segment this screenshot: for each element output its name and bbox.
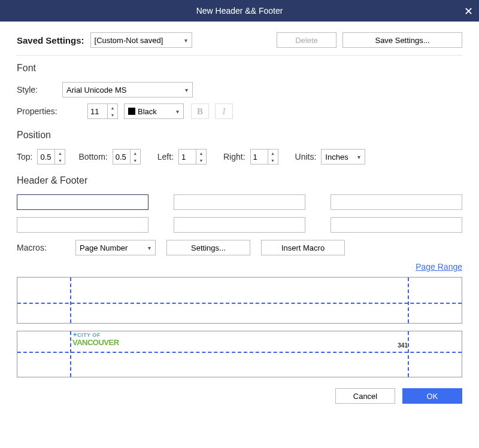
footer-preview: ✦CITY OF VANCOUVER 341 — [17, 331, 462, 377]
save-settings-button[interactable]: Save Settings... — [342, 32, 462, 48]
spinner-down-icon[interactable]: ▼ — [196, 157, 206, 164]
close-icon[interactable]: ✕ — [464, 5, 473, 18]
spinner-down-icon[interactable]: ▼ — [131, 157, 140, 164]
preview-logo: ✦CITY OF VANCOUVER — [72, 331, 119, 347]
left-label: Left: — [157, 152, 174, 161]
position-header: Position — [17, 130, 462, 141]
top-spinner[interactable]: ▲▼ — [37, 149, 65, 164]
macros-label: Macros: — [17, 243, 71, 252]
header-right-input[interactable] — [331, 194, 462, 210]
spinner-down-icon[interactable]: ▼ — [108, 111, 117, 118]
left-input[interactable] — [179, 150, 196, 164]
dialog-title: New Header && Footer — [196, 6, 283, 16]
font-color-select[interactable]: Black — [124, 103, 184, 119]
insert-macro-button[interactable]: Insert Macro — [261, 240, 345, 255]
right-label: Right: — [223, 152, 245, 161]
header-left-input[interactable] — [17, 194, 148, 210]
right-input[interactable] — [251, 150, 268, 164]
spinner-up-icon[interactable]: ▲ — [268, 150, 278, 157]
spinner-down-icon[interactable]: ▼ — [268, 157, 278, 164]
header-preview — [17, 277, 462, 324]
italic-button[interactable]: I — [215, 103, 233, 119]
titlebar: New Header && Footer ✕ — [0, 0, 479, 22]
bottom-input[interactable] — [113, 150, 130, 164]
footer-left-input[interactable] — [17, 217, 148, 233]
spinner-up-icon[interactable]: ▲ — [55, 150, 65, 157]
font-size-spinner[interactable]: ▲ ▼ — [87, 103, 118, 119]
left-spinner[interactable]: ▲▼ — [178, 149, 207, 164]
font-style-select[interactable] — [62, 82, 193, 97]
spinner-down-icon[interactable]: ▼ — [55, 157, 65, 164]
ok-button[interactable]: OK — [402, 388, 462, 404]
font-size-input[interactable] — [88, 104, 107, 118]
bottom-label: Bottom: — [78, 152, 107, 161]
top-input[interactable] — [38, 150, 54, 164]
spinner-up-icon[interactable]: ▲ — [131, 150, 140, 157]
units-label: Units: — [295, 152, 317, 161]
header-center-input[interactable] — [174, 194, 305, 210]
macros-select[interactable] — [75, 240, 156, 255]
footer-center-input[interactable] — [174, 217, 305, 233]
saved-settings-label: Saved Settings: — [17, 35, 84, 45]
settings-button[interactable]: Settings... — [166, 240, 250, 255]
spinner-up-icon[interactable]: ▲ — [196, 150, 206, 157]
hf-header: Header & Footer — [17, 175, 462, 186]
bottom-spinner[interactable]: ▲▼ — [113, 149, 141, 164]
style-label: Style: — [17, 85, 57, 95]
font-header: Font — [17, 63, 462, 74]
spinner-up-icon[interactable]: ▲ — [108, 104, 117, 111]
units-select[interactable] — [321, 149, 365, 164]
preview-page-number: 341 — [398, 342, 408, 349]
right-spinner[interactable]: ▲▼ — [250, 149, 278, 164]
footer-right-input[interactable] — [331, 217, 462, 233]
cancel-button[interactable]: Cancel — [335, 388, 395, 404]
bold-button[interactable]: B — [191, 103, 209, 119]
saved-settings-select[interactable] — [90, 32, 192, 48]
delete-button[interactable]: Delete — [277, 32, 336, 48]
page-range-link[interactable]: Page Range — [416, 262, 462, 272]
font-color-value: Black — [138, 107, 157, 116]
top-label: Top: — [17, 152, 32, 161]
properties-label: Properties: — [17, 106, 83, 116]
color-swatch-icon — [128, 108, 135, 115]
